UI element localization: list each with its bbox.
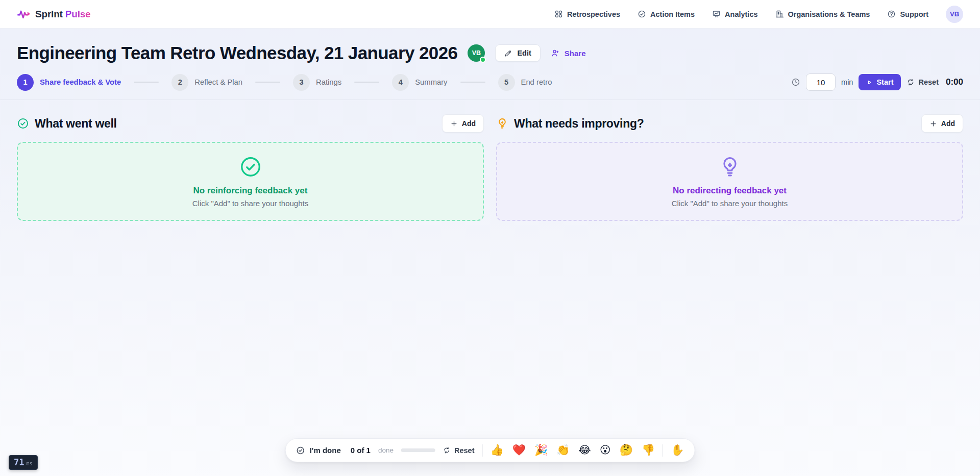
- nav-item-support[interactable]: Support: [887, 10, 928, 18]
- add-went-well-button[interactable]: Add: [442, 114, 484, 133]
- step-number: 5: [498, 74, 515, 91]
- edit-label: Edit: [517, 49, 531, 57]
- pulse-wave-icon: [17, 7, 31, 21]
- rotate-icon: [443, 446, 451, 454]
- help-icon: [887, 10, 896, 18]
- performance-value: 71: [14, 457, 24, 467]
- plus-icon: [929, 120, 937, 128]
- timer-controls: min Start Reset 0:00: [791, 73, 963, 91]
- stepper-row: 1 Share feedback & Vote 2 Reflect & Plan…: [17, 73, 963, 91]
- add-label: Add: [462, 119, 476, 128]
- im-done-label: I'm done: [310, 446, 341, 455]
- online-status-dot: [480, 57, 486, 63]
- edit-button[interactable]: Edit: [495, 44, 540, 62]
- went-well-empty-state[interactable]: No reinforcing feedback yet Click "Add" …: [17, 142, 484, 221]
- reaction-clap[interactable]: 👏: [556, 445, 570, 456]
- step-label: Reflect & Plan: [194, 78, 242, 86]
- step-connector: [460, 82, 485, 83]
- step-summary[interactable]: 4 Summary: [392, 74, 447, 91]
- reaction-thinking[interactable]: 🤔: [620, 445, 633, 456]
- performance-badge: 71 ms: [9, 455, 38, 470]
- check-circle-icon: [638, 10, 646, 18]
- step-reflect-plan[interactable]: 2 Reflect & Plan: [172, 74, 242, 91]
- brand-logo[interactable]: Sprint Pulse: [17, 7, 90, 21]
- share-label: Share: [565, 49, 586, 58]
- lightbulb-purple-icon: [718, 155, 742, 179]
- check-circle-green-icon: [17, 117, 29, 130]
- reset-timer-button[interactable]: Reset: [906, 78, 939, 86]
- step-label: Summary: [415, 78, 447, 86]
- nav-label: Analytics: [725, 10, 757, 18]
- step-end-retro[interactable]: 5 End retro: [498, 74, 552, 91]
- brand-name: Sprint Pulse: [35, 9, 90, 20]
- column-needs-improving: What needs improving? Add No redirecting…: [496, 112, 963, 221]
- rotate-icon: [906, 78, 915, 86]
- raise-hand-button[interactable]: ✋: [671, 445, 684, 456]
- grid-icon: [554, 10, 563, 18]
- nav-label: Organisations & Teams: [788, 10, 870, 18]
- plus-icon: [450, 120, 458, 128]
- progress-count: 0 of 1: [351, 446, 371, 455]
- im-done-toggle[interactable]: I'm done: [296, 446, 341, 455]
- step-share-feedback[interactable]: 1 Share feedback & Vote: [17, 74, 121, 91]
- step-label: Share feedback & Vote: [40, 78, 121, 86]
- reaction-surprised[interactable]: 😮: [600, 445, 611, 456]
- check-circle-green-icon: [239, 155, 262, 179]
- reaction-laugh[interactable]: 😂: [578, 445, 591, 456]
- performance-unit: ms: [26, 461, 32, 466]
- nav-item-retrospectives[interactable]: Retrospectives: [554, 10, 620, 18]
- timer-minutes-input[interactable]: [806, 73, 836, 91]
- step-ratings[interactable]: 3 Ratings: [293, 74, 341, 91]
- reaction-thumbs-down[interactable]: 👎: [642, 445, 655, 456]
- step-label: Ratings: [316, 78, 341, 86]
- step-number: 1: [17, 74, 34, 91]
- step-connector: [255, 82, 280, 83]
- went-well-header: What went well Add: [17, 112, 484, 135]
- building-icon: [775, 10, 784, 18]
- empty-state-subtitle: Click "Add" to share your thoughts: [672, 199, 788, 208]
- nav-label: Action Items: [650, 10, 695, 18]
- empty-state-subtitle: Click "Add" to share your thoughts: [192, 199, 308, 208]
- main-nav: Retrospectives Action Items Analytics: [554, 6, 963, 23]
- reset-done-button[interactable]: Reset: [443, 446, 475, 455]
- reaction-thumbs-up[interactable]: 👍: [490, 445, 503, 456]
- chart-board-icon: [712, 10, 721, 18]
- progress-bar: [401, 448, 435, 452]
- nav-label: Retrospectives: [567, 10, 620, 18]
- reactions-row: 👍 ❤️ 🎉 👏 😂 😮 🤔 👎: [490, 445, 655, 456]
- divider: [482, 444, 482, 457]
- needs-improving-title: What needs improving?: [514, 117, 644, 131]
- owner-avatar[interactable]: VB: [468, 44, 485, 62]
- needs-improving-empty-state[interactable]: No redirecting feedback yet Click "Add" …: [496, 142, 963, 221]
- feedback-columns: What went well Add No reinforcing feedba…: [17, 112, 963, 221]
- reaction-heart[interactable]: ❤️: [512, 445, 526, 456]
- nav-item-organisations-teams[interactable]: Organisations & Teams: [775, 10, 870, 18]
- share-button[interactable]: Share: [551, 48, 586, 58]
- step-number: 4: [392, 74, 409, 91]
- start-timer-button[interactable]: Start: [859, 74, 901, 90]
- reaction-party[interactable]: 🎉: [534, 445, 548, 456]
- user-avatar[interactable]: VB: [946, 6, 963, 23]
- progress-unit: done: [378, 446, 394, 454]
- add-needs-improving-button[interactable]: Add: [921, 114, 963, 133]
- done-bar: I'm done 0 of 1 done Reset 👍 ❤️ 🎉 👏 😂 😮 …: [285, 438, 695, 462]
- empty-state-title: No reinforcing feedback yet: [193, 186, 308, 196]
- elapsed-time: 0:00: [946, 77, 963, 87]
- step-label: End retro: [521, 78, 552, 86]
- add-label: Add: [941, 119, 955, 128]
- play-icon: [866, 79, 873, 86]
- reset-label: Reset: [918, 78, 939, 86]
- nav-item-action-items[interactable]: Action Items: [638, 10, 695, 18]
- section-divider: [0, 99, 980, 100]
- main-content: Engineering Team Retro Wednesday, 21 Jan…: [0, 43, 980, 221]
- step-number: 3: [293, 74, 310, 91]
- column-went-well: What went well Add No reinforcing feedba…: [17, 112, 484, 221]
- top-bar: Sprint Pulse Retrospectives Action Items: [0, 0, 980, 29]
- nav-item-analytics[interactable]: Analytics: [712, 10, 757, 18]
- timer-unit-label: min: [841, 78, 853, 86]
- step-connector: [134, 82, 159, 83]
- empty-state-title: No redirecting feedback yet: [673, 186, 787, 196]
- stepper: 1 Share feedback & Vote 2 Reflect & Plan…: [17, 74, 552, 91]
- reset-label: Reset: [454, 446, 475, 455]
- step-connector: [354, 82, 379, 83]
